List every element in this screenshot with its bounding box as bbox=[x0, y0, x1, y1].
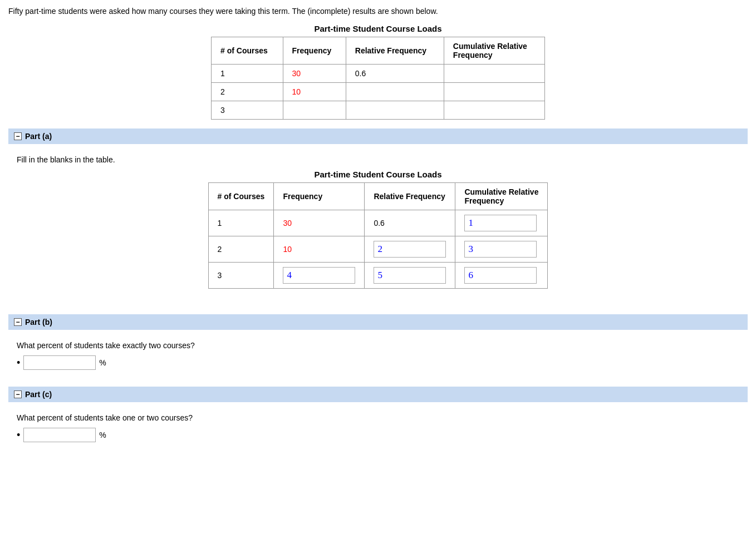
part-b-header[interactable]: − Part (b) bbox=[8, 314, 748, 330]
table-row: 2 10 bbox=[212, 83, 545, 101]
table-row: 3 bbox=[208, 263, 548, 289]
intro-text: Fifty part-time students were asked how … bbox=[8, 6, 748, 17]
cum-rel-freq-cell bbox=[455, 210, 548, 236]
frequency-cell bbox=[274, 263, 365, 289]
collapse-icon-c[interactable]: − bbox=[14, 390, 22, 398]
part-a-instruction: Fill in the blanks in the table. bbox=[17, 155, 739, 164]
top-table-title: Part-time Student Course Loads bbox=[8, 24, 748, 33]
part-c-answer-input[interactable] bbox=[23, 428, 96, 442]
frequency-input-row3[interactable] bbox=[283, 267, 355, 284]
part-a-header-frequency: Frequency bbox=[274, 183, 365, 210]
part-a-header-cum-rel-freq: Cumulative RelativeFrequency bbox=[455, 183, 548, 210]
cum-rel-freq-cell bbox=[444, 101, 544, 120]
table-row: 1 30 0.6 bbox=[208, 210, 548, 236]
bullet-c: • bbox=[17, 430, 20, 440]
courses-cell: 3 bbox=[212, 101, 283, 120]
part-c-percent-label: % bbox=[99, 431, 106, 439]
part-c-header[interactable]: − Part (c) bbox=[8, 387, 748, 402]
part-a-table-title: Part-time Student Course Loads bbox=[17, 170, 739, 179]
table-row: 1 30 0.6 bbox=[212, 65, 545, 83]
part-a-header-courses: # of Courses bbox=[208, 183, 274, 210]
part-a-table: # of Courses Frequency Relative Frequenc… bbox=[208, 182, 548, 289]
top-table: # of Courses Frequency Relative Frequenc… bbox=[211, 37, 545, 120]
cum-rel-freq-cell bbox=[455, 263, 548, 289]
top-table-header-cum-rel-freq: Cumulative RelativeFrequency bbox=[444, 37, 544, 65]
part-b-content: What percent of students take exactly tw… bbox=[8, 335, 748, 381]
part-b-answer-input[interactable] bbox=[23, 355, 96, 370]
cum-rel-freq-input-row1[interactable] bbox=[464, 215, 537, 231]
top-table-header-rel-freq: Relative Frequency bbox=[346, 37, 444, 65]
part-b-label: Part (b) bbox=[25, 318, 52, 327]
rel-freq-input-row3[interactable] bbox=[374, 267, 446, 284]
bullet-b: • bbox=[17, 358, 20, 368]
collapse-icon-b[interactable]: − bbox=[14, 318, 22, 326]
frequency-cell: 10 bbox=[274, 236, 365, 263]
top-table-section: Part-time Student Course Loads # of Cour… bbox=[8, 24, 748, 120]
part-a-table-section: Part-time Student Course Loads # of Cour… bbox=[17, 170, 739, 289]
cum-rel-freq-input-row2[interactable] bbox=[464, 241, 537, 258]
courses-cell: 3 bbox=[208, 263, 274, 289]
frequency-cell: 30 bbox=[283, 65, 346, 83]
courses-cell: 2 bbox=[212, 83, 283, 101]
part-a-content: Fill in the blanks in the table. Part-ti… bbox=[8, 150, 748, 309]
part-b-percent-label: % bbox=[99, 358, 106, 367]
top-table-header-frequency: Frequency bbox=[283, 37, 346, 65]
table-row: 2 10 bbox=[208, 236, 548, 263]
rel-freq-cell: 0.6 bbox=[365, 210, 455, 236]
top-table-header-courses: # of Courses bbox=[212, 37, 283, 65]
part-c-content: What percent of students take one or two… bbox=[8, 408, 748, 453]
frequency-cell: 30 bbox=[274, 210, 365, 236]
cum-rel-freq-cell bbox=[444, 65, 544, 83]
collapse-icon-a[interactable]: − bbox=[14, 132, 22, 140]
rel-freq-cell bbox=[346, 83, 444, 101]
courses-cell: 2 bbox=[208, 236, 274, 263]
frequency-cell: 10 bbox=[283, 83, 346, 101]
cum-rel-freq-cell bbox=[444, 83, 544, 101]
part-c-label: Part (c) bbox=[25, 390, 52, 399]
part-c-question: What percent of students take one or two… bbox=[17, 413, 739, 422]
part-b-question: What percent of students take exactly tw… bbox=[17, 341, 739, 350]
rel-freq-cell: 0.6 bbox=[346, 65, 444, 83]
table-row: 3 bbox=[212, 101, 545, 120]
part-a-header-rel-freq: Relative Frequency bbox=[365, 183, 455, 210]
rel-freq-input-row2[interactable] bbox=[374, 241, 446, 258]
part-a-header[interactable]: − Part (a) bbox=[8, 128, 748, 144]
rel-freq-cell bbox=[365, 263, 455, 289]
frequency-cell bbox=[283, 101, 346, 120]
cum-rel-freq-input-row3[interactable] bbox=[464, 267, 537, 284]
part-a-label: Part (a) bbox=[25, 132, 52, 141]
courses-cell: 1 bbox=[212, 65, 283, 83]
part-c-input-row: • % bbox=[17, 428, 739, 442]
part-b-input-row: • % bbox=[17, 355, 739, 370]
courses-cell: 1 bbox=[208, 210, 274, 236]
rel-freq-cell bbox=[346, 101, 444, 120]
rel-freq-cell bbox=[365, 236, 455, 263]
cum-rel-freq-cell bbox=[455, 236, 548, 263]
